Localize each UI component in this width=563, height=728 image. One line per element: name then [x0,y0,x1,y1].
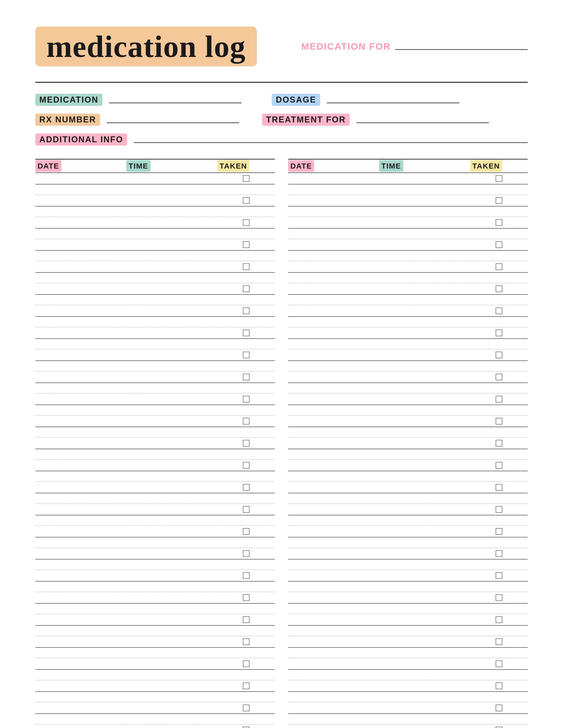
taken-checkbox[interactable] [243,616,249,623]
time-cell[interactable] [379,305,470,316]
date-cell[interactable] [35,526,126,537]
taken-checkbox[interactable] [496,638,502,645]
date-cell[interactable] [288,504,379,515]
time-cell[interactable] [126,195,217,206]
dosage-field[interactable] [327,97,459,103]
medication-for-field[interactable] [395,43,528,50]
time-cell[interactable] [379,173,470,184]
time-cell[interactable] [126,592,217,603]
date-cell[interactable] [35,217,126,228]
taken-checkbox[interactable] [243,528,249,535]
date-cell[interactable] [35,239,126,250]
time-cell[interactable] [126,614,217,625]
date-cell[interactable] [288,526,379,537]
taken-checkbox[interactable] [496,396,502,402]
date-cell[interactable] [35,636,126,647]
time-cell[interactable] [126,327,217,338]
taken-checkbox[interactable] [496,484,502,491]
time-cell[interactable] [126,438,217,449]
time-cell[interactable] [379,636,470,647]
taken-checkbox[interactable] [496,462,502,469]
time-cell[interactable] [379,482,470,493]
taken-checkbox[interactable] [243,285,249,292]
taken-checkbox[interactable] [243,462,249,469]
date-cell[interactable] [288,372,379,383]
taken-checkbox[interactable] [496,175,502,182]
taken-checkbox[interactable] [243,594,249,601]
taken-checkbox[interactable] [243,308,249,314]
date-cell[interactable] [288,195,379,206]
time-cell[interactable] [126,283,217,294]
taken-checkbox[interactable] [243,638,249,645]
taken-checkbox[interactable] [496,418,502,424]
time-cell[interactable] [126,239,217,250]
time-cell[interactable] [379,283,470,294]
date-cell[interactable] [35,504,126,515]
time-cell[interactable] [379,570,470,581]
taken-checkbox[interactable] [496,594,502,601]
date-cell[interactable] [288,239,379,250]
date-cell[interactable] [288,614,379,625]
date-cell[interactable] [35,614,126,625]
date-cell[interactable] [288,416,379,427]
taken-checkbox[interactable] [243,374,249,380]
taken-checkbox[interactable] [243,418,249,424]
taken-checkbox[interactable] [496,219,502,226]
taken-checkbox[interactable] [496,241,502,248]
time-cell[interactable] [379,592,470,603]
taken-checkbox[interactable] [243,484,249,491]
taken-checkbox[interactable] [496,506,502,513]
time-cell[interactable] [379,724,470,728]
time-cell[interactable] [126,570,217,581]
time-cell[interactable] [379,526,470,537]
time-cell[interactable] [379,680,470,691]
time-cell[interactable] [379,460,470,471]
time-cell[interactable] [126,504,217,515]
time-cell[interactable] [126,173,217,184]
taken-checkbox[interactable] [496,550,502,557]
taken-checkbox[interactable] [496,308,502,314]
taken-checkbox[interactable] [496,616,502,623]
time-cell[interactable] [379,394,470,405]
date-cell[interactable] [35,570,126,581]
date-cell[interactable] [35,724,126,728]
time-cell[interactable] [126,526,217,537]
date-cell[interactable] [288,658,379,669]
taken-checkbox[interactable] [243,727,249,728]
date-cell[interactable] [35,394,126,405]
rx-number-field[interactable] [107,116,239,123]
time-cell[interactable] [379,504,470,515]
date-cell[interactable] [35,327,126,338]
taken-checkbox[interactable] [243,550,249,557]
date-cell[interactable] [35,195,126,206]
time-cell[interactable] [126,482,217,493]
date-cell[interactable] [288,592,379,603]
time-cell[interactable] [379,261,470,272]
time-cell[interactable] [126,658,217,669]
time-cell[interactable] [379,349,470,360]
taken-checkbox[interactable] [496,197,502,204]
taken-checkbox[interactable] [496,528,502,535]
date-cell[interactable] [288,460,379,471]
time-cell[interactable] [126,548,217,559]
additional-info-field[interactable] [134,136,528,143]
taken-checkbox[interactable] [496,374,502,380]
date-cell[interactable] [288,680,379,691]
taken-checkbox[interactable] [243,705,249,711]
taken-checkbox[interactable] [496,683,502,689]
date-cell[interactable] [35,261,126,272]
date-cell[interactable] [288,636,379,647]
date-cell[interactable] [35,592,126,603]
taken-checkbox[interactable] [496,572,502,579]
taken-checkbox[interactable] [496,352,502,358]
date-cell[interactable] [35,283,126,294]
time-cell[interactable] [126,724,217,728]
time-cell[interactable] [126,416,217,427]
date-cell[interactable] [35,548,126,559]
time-cell[interactable] [126,261,217,272]
taken-checkbox[interactable] [243,506,249,513]
date-cell[interactable] [288,438,379,449]
taken-checkbox[interactable] [243,352,249,358]
taken-checkbox[interactable] [243,396,249,402]
taken-checkbox[interactable] [243,263,249,270]
